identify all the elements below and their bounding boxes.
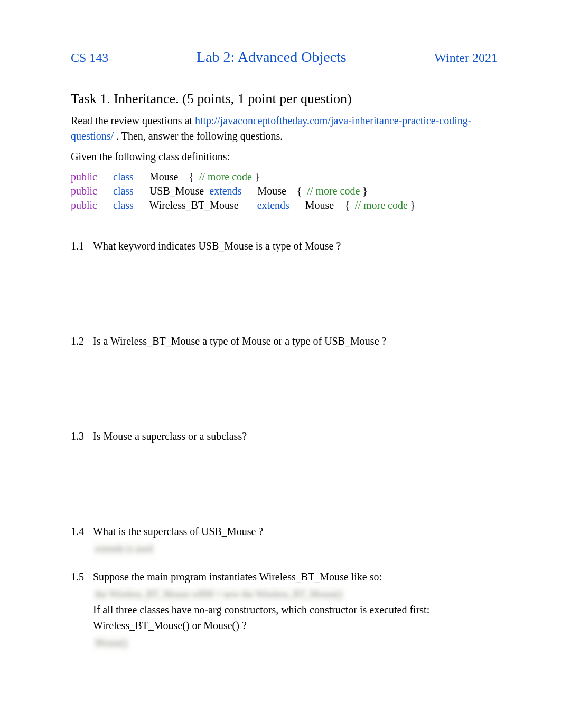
code-text: Wireless_BT_Mouse	[149, 199, 257, 211]
question-text: Is Mouse a superclass or a subclass?	[93, 428, 498, 444]
blurred-code-line: the Wireless_BT_Mouse wBM = new the Wire…	[93, 587, 344, 602]
code-text: Mouse {	[241, 185, 304, 197]
lab-title: Lab 2: Advanced Objects	[197, 49, 347, 66]
document-page: CS 143 Lab 2: Advanced Objects Winter 20…	[0, 0, 561, 728]
question-text: What keyword indicates USB_Mouse is a ty…	[93, 238, 498, 254]
question-1-5: 1.5 Suppose the main program instantiate…	[71, 569, 498, 650]
question-1-2: 1.2 Is a Wireless_BT_Mouse a type of Mou…	[71, 333, 498, 349]
code-text: Mouse {	[289, 199, 352, 211]
keyword-public: public	[71, 185, 97, 197]
keyword-class: class	[113, 199, 134, 211]
code-comment: // more code	[355, 199, 408, 211]
page-header: CS 143 Lab 2: Advanced Objects Winter 20…	[71, 49, 498, 66]
question-text: Is a Wireless_BT_Mouse a type of Mouse o…	[93, 333, 498, 349]
question-number: 1.5	[71, 569, 93, 650]
code-comment: // more code	[307, 185, 360, 197]
keyword-class: class	[113, 185, 134, 197]
keyword-public: public	[71, 199, 97, 211]
keyword-extends: extends	[257, 199, 289, 211]
blurred-answer: Mouse()	[93, 636, 129, 650]
question-text-line: If all three classes have no-arg constru…	[93, 602, 498, 618]
question-1-4: 1.4 What is the superclass of USB_Mouse …	[71, 523, 498, 556]
intro-text-pre: Read the review questions at	[71, 115, 195, 126]
keyword-extends: extends	[209, 185, 241, 197]
question-number: 1.3	[71, 428, 93, 444]
course-code: CS 143	[71, 51, 108, 65]
intro-paragraph: Read the review questions at http://java…	[71, 113, 498, 144]
keyword-public: public	[71, 171, 97, 182]
code-text: }	[360, 185, 368, 197]
code-text: }	[252, 171, 260, 182]
task-heading: Task 1. Inheritance. (5 points, 1 point …	[71, 91, 498, 107]
blurred-answer: extends is used	[93, 542, 155, 556]
intro-text-post: . Then, answer the following questions.	[114, 130, 283, 142]
question-text-line: Wireless_BT_Mouse() or Mouse() ?	[93, 618, 498, 633]
question-body: Suppose the main program instantiates Wi…	[93, 569, 498, 650]
question-number: 1.2	[71, 333, 93, 349]
question-number: 1.1	[71, 238, 93, 254]
question-1-3: 1.3 Is Mouse a superclass or a subclass?	[71, 428, 498, 444]
question-number: 1.4	[71, 523, 93, 556]
spacer	[71, 561, 498, 569]
question-1-1: 1.1 What keyword indicates USB_Mouse is …	[71, 238, 498, 254]
question-body: What is the superclass of USB_Mouse ? ex…	[93, 523, 498, 556]
question-text-line: Suppose the main program instantiates Wi…	[93, 569, 498, 585]
term: Winter 2021	[434, 51, 498, 65]
code-text: Mouse {	[149, 171, 197, 182]
question-text: What is the superclass of USB_Mouse ?	[93, 523, 498, 539]
code-text: USB_Mouse	[149, 185, 207, 197]
given-line: Given the following class definitions:	[71, 149, 498, 164]
keyword-class: class	[113, 171, 134, 182]
code-text: }	[408, 199, 416, 211]
code-comment: // more code	[199, 171, 252, 182]
code-definitions: public class Mouse { // more code } publ…	[71, 170, 498, 213]
